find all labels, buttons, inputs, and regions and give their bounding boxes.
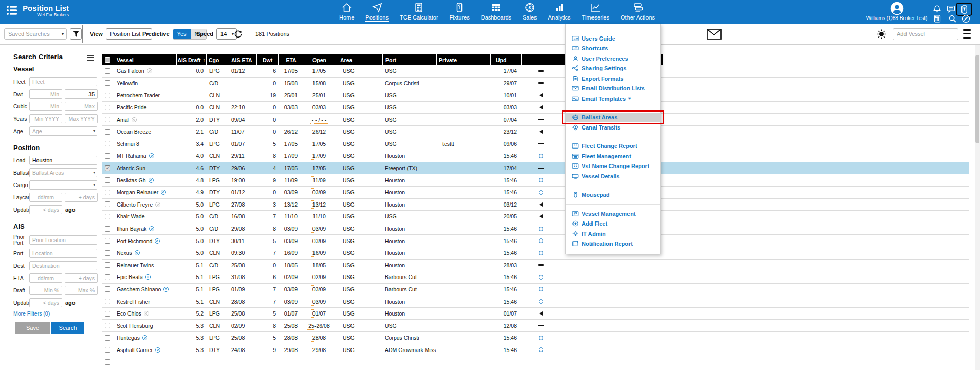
row-checkbox[interactable] <box>105 153 110 159</box>
menu-item-shortcuts[interactable]: Shortcuts <box>566 44 660 54</box>
saved-searches-select[interactable]: Saved Searches ▾ <box>4 28 67 40</box>
column-header-dwt[interactable]: Dwt <box>256 54 278 65</box>
table-row-ilhan-bayrak[interactable]: Ilhan Bayrak5.0C/D29/08803/0903/09USGHou… <box>102 223 969 235</box>
table-row-pacific-pride[interactable]: Pacific Pride0.0CLN22:10003/0303/03USGUS… <box>102 102 969 114</box>
row-checkbox[interactable] <box>105 105 110 110</box>
column-header-select[interactable] <box>102 54 114 65</box>
dest-input[interactable] <box>29 261 97 270</box>
table-row-gas-falcon[interactable]: Gas Falcon0.0LPG01/12617/0517/05USGUSG17… <box>102 65 969 78</box>
table-row-atlantic-sun[interactable]: Atlantic Sun4.6DTY29/06417/0517/05USGFre… <box>102 162 969 175</box>
table-row-asphalt-carrier[interactable]: Asphalt Carrier5.3DTY24/08929/0829/08USG… <box>102 344 969 357</box>
cubic-min-input[interactable] <box>29 102 62 111</box>
avatar[interactable] <box>890 2 904 15</box>
laycan-days-input[interactable] <box>65 193 98 202</box>
menu-item-export-formats[interactable]: Export Formats <box>566 73 660 84</box>
cargo-select[interactable] <box>29 180 97 190</box>
ballast-select[interactable] <box>29 168 97 177</box>
column-header-upd[interactable]: Upd <box>490 54 521 65</box>
updated-days-input[interactable] <box>29 205 62 214</box>
table-row-petrochem-trader[interactable]: Petrochem TraderCLN1925/0125/01USGUSG10/… <box>102 89 969 102</box>
table-row-port-richmond[interactable]: Port Richmond5.0DTY30/11503/0903/09USGHo… <box>102 235 969 247</box>
table-row-mt-rahama[interactable]: MT Rahama4.0CLN29/11817/0917/09USGHousto… <box>102 150 969 162</box>
load-input[interactable] <box>29 156 97 165</box>
row-checkbox[interactable] <box>105 68 110 74</box>
row-checkbox[interactable] <box>105 311 110 317</box>
ais-eta-date-input[interactable] <box>29 273 62 283</box>
calculator-icon[interactable] <box>934 15 943 24</box>
column-header-cgo[interactable]: Cgo <box>206 54 227 65</box>
menu-item-vessel-details[interactable]: Vessel Details <box>566 171 660 181</box>
refresh-button[interactable] <box>234 24 242 44</box>
row-checkbox[interactable] <box>105 165 110 171</box>
table-row-eco-chios[interactable]: Eco Chios5.2LPG25/08501/0701/07USGHousto… <box>102 308 969 320</box>
ais-eta-days-input[interactable] <box>65 273 98 283</box>
row-checkbox[interactable] <box>105 177 110 183</box>
years-min-input[interactable] <box>29 114 62 123</box>
row-checkbox[interactable] <box>105 80 110 86</box>
row-checkbox[interactable] <box>105 286 110 292</box>
table-row-huntegas[interactable]: Huntegas5.3LPG25/08528/0828/08USGCorpus … <box>102 332 969 344</box>
table-row-besiktas-gh[interactable]: Besiktas Gh4.8LPG19:00911/0911/09USGHous… <box>102 174 969 187</box>
prior-port-input[interactable] <box>29 235 97 245</box>
nav-item-dashboards[interactable]: Dashboards <box>481 2 511 22</box>
email-button[interactable] <box>707 24 722 44</box>
user-cluster[interactable]: Williams (Q88 Broker Test) <box>863 0 930 24</box>
table-row-gaschem-shinano[interactable]: Gaschem Shinano5.1LPG01/09703/0903/09USG… <box>102 284 969 296</box>
row-checkbox[interactable] <box>105 117 110 122</box>
app-logo[interactable]: Position List Wet For Brokers <box>6 4 69 17</box>
years-max-input[interactable] <box>65 114 98 123</box>
menu-item-sharing-settings[interactable]: Sharing Settings <box>566 64 660 74</box>
chat-icon[interactable] <box>947 5 956 14</box>
predictive-yes-button[interactable]: Yes <box>173 29 191 39</box>
save-button[interactable]: Save <box>15 322 50 334</box>
column-header-private[interactable]: Private <box>436 54 490 65</box>
menu-item-fleet-change-report[interactable]: Fleet Change Report <box>566 141 660 152</box>
draft-min-input[interactable] <box>29 286 62 295</box>
table-row-scot-flensburg[interactable]: Scot Flensburg5.3CLN02/09825/0825-26/08U… <box>102 320 969 332</box>
ais-updated-days-input[interactable] <box>29 298 62 307</box>
table-row-schmui-8[interactable]: Schmui 83.4LPG01/07517/0517/05USGUSGtest… <box>102 138 969 151</box>
table-row-gilberto-freyre[interactable]: Gilberto Freyre5.0LPG27/08313/1213/12USG… <box>102 199 969 211</box>
nav-item-other-actions[interactable]: Other Actions <box>621 2 655 22</box>
nav-item-home[interactable]: Home <box>339 2 354 22</box>
cubic-max-input[interactable] <box>65 102 98 111</box>
draft-max-input[interactable] <box>65 286 98 295</box>
menu-item-vessel-management[interactable]: Vessel Management <box>566 209 660 219</box>
table-row-khair-wade[interactable]: Khair Wade5.0C/D16/08711/1011/10USGUSG20… <box>102 211 969 223</box>
nav-item-tce-calculator[interactable]: TCE Calculator <box>400 2 438 22</box>
menu-item-user-preferences[interactable]: User Preferences <box>566 53 660 64</box>
menu-item-fleet-management[interactable]: Fleet Management <box>566 151 660 161</box>
row-checkbox[interactable] <box>105 92 110 98</box>
select-all-checkbox[interactable] <box>105 57 110 63</box>
menu-item-add-fleet[interactable]: Add Fleet <box>566 219 660 229</box>
column-header-eta[interactable]: ETA <box>278 54 304 65</box>
row-checkbox[interactable] <box>105 129 110 135</box>
row-checkbox[interactable] <box>105 250 110 256</box>
menu-item-ballast-areas[interactable]: Ballast Areas <box>566 113 660 123</box>
row-checkbox[interactable] <box>105 262 110 268</box>
scrollbar-thumb[interactable] <box>975 55 979 143</box>
menu-item-email-templates[interactable]: Email Templates▾ <box>566 94 660 104</box>
table-row-reinauer-twins[interactable]: Reinauer Twins5.1C/D25/08018/0518/05USGH… <box>102 260 969 272</box>
bell-icon[interactable] <box>933 5 942 14</box>
search-icon[interactable] <box>948 14 957 24</box>
row-checkbox[interactable] <box>105 274 110 280</box>
table-row[interactable] <box>102 356 969 368</box>
column-header-open[interactable]: Open <box>304 54 335 65</box>
row-checkbox[interactable] <box>105 201 110 207</box>
menu-item-mousepad[interactable]: Mousepad <box>566 190 660 200</box>
column-header-upd-status[interactable] <box>521 54 561 65</box>
nav-item-fixtures[interactable]: Fixtures <box>450 2 470 22</box>
menu-item-notification-report[interactable]: Notification Report <box>566 239 660 249</box>
nav-item-timeseries[interactable]: Timeseries <box>582 2 609 22</box>
table-row-yellowfin[interactable]: YellowfinC/D015/0815/08USGCorpus Christi… <box>102 78 969 90</box>
more-filters-link[interactable]: More Filters (0) <box>13 310 97 317</box>
row-checkbox[interactable] <box>105 335 110 341</box>
table-row-ocean-breeze[interactable]: Ocean Breeze2.1C/D11/07026/1226/12USGUSG… <box>102 126 969 138</box>
dwt-max-input[interactable] <box>65 89 98 99</box>
search-button[interactable]: Search <box>51 322 84 334</box>
row-checkbox[interactable] <box>105 141 110 146</box>
column-header-vessel[interactable]: Vessel <box>114 54 176 65</box>
column-header-ais-draft[interactable]: AIS Draft↑ <box>176 54 206 65</box>
menu-item-canal-transits[interactable]: Canal Transits <box>566 122 660 133</box>
